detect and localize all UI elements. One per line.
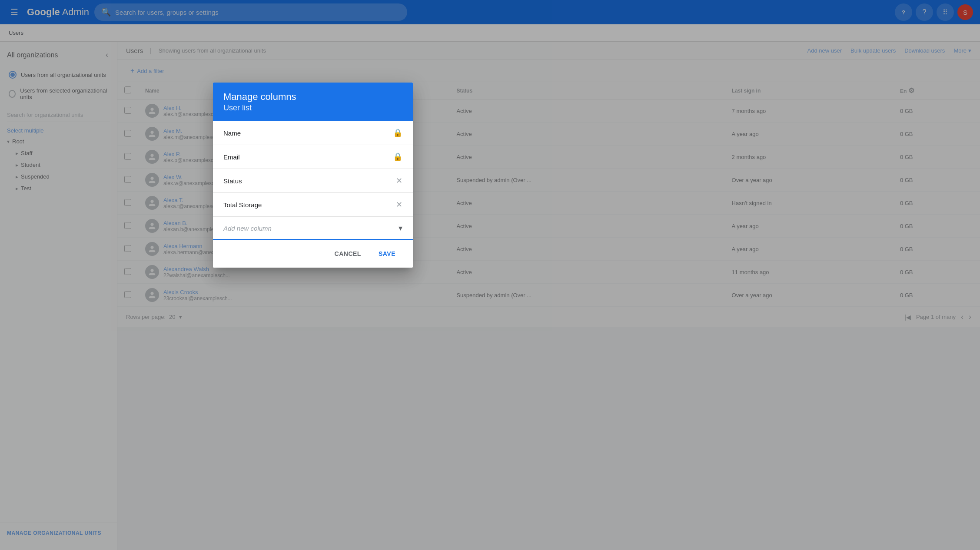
add-column-dropdown-icon[interactable]: ▾ [399, 223, 402, 233]
column-name-row: Name 🔒 [213, 121, 413, 145]
manage-columns-modal: Manage columns User list Name 🔒 Email 🔒 … [213, 83, 413, 268]
column-storage-row: Total Storage ✕ [213, 193, 413, 217]
modal-title-main: Manage columns [223, 91, 402, 103]
lock-icon: 🔒 [393, 128, 402, 138]
add-column-placeholder: Add new column [223, 225, 272, 232]
remove-storage-icon[interactable]: ✕ [396, 200, 402, 209]
modal-actions: CANCEL SAVE [213, 240, 413, 268]
remove-status-icon[interactable]: ✕ [396, 176, 402, 186]
modal-body: Name 🔒 Email 🔒 Status ✕ Total Storage ✕ … [213, 121, 413, 268]
save-button[interactable]: SAVE [372, 247, 402, 261]
column-email-row: Email 🔒 [213, 145, 413, 169]
modal-title-sub: User list [223, 103, 402, 113]
column-status-row: Status ✕ [213, 169, 413, 193]
add-column-row[interactable]: Add new column ▾ [213, 217, 413, 240]
lock-icon: 🔒 [393, 152, 402, 162]
modal-header: Manage columns User list [213, 83, 413, 121]
modal-overlay[interactable] [0, 0, 980, 550]
cancel-button[interactable]: CANCEL [328, 247, 368, 261]
